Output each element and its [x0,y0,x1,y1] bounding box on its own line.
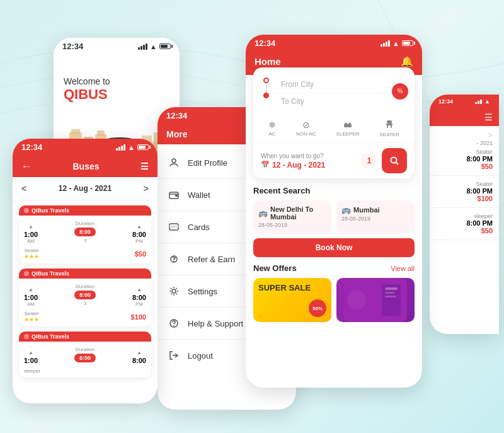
bus-card-body-2: ▲ 1:00 AM Duration 8:00 3 ▲ 8:00 PM [19,279,151,311]
svg-rect-43 [385,287,398,290]
right-result-1[interactable]: > - 2021 Seater 8:00 PM $50 [430,126,499,176]
help-icon [168,317,180,330]
passenger-count[interactable]: 1 [362,153,377,168]
menu-label-profile: Edit Profile [188,158,227,168]
filter-icon[interactable]: ☰ [140,161,149,171]
route-inputs: From City To City % [253,67,415,115]
recent-date-2: 28-05-2019 [341,216,410,222]
svg-rect-45 [385,296,396,297]
filter-seater[interactable]: SEATER [380,120,399,137]
status-bar-buses: 12:34 ▲ [13,139,158,156]
back-button[interactable]: ← [21,161,32,172]
sale-badge: 50% [309,299,326,317]
decor-plus: + [306,283,309,287]
phone-right: 12:34 ▲ ☰ > - 2021 Seater 8:00 PM $50 Se… [430,95,499,334]
nonac-icon: ⊘ [302,120,310,130]
from-city-input[interactable]: From City [261,74,407,93]
svg-rect-5 [97,130,105,136]
svg-rect-35 [386,124,392,125]
logout-icon [168,349,180,362]
bus-card-header-1: QIBus Travels [19,205,151,216]
right-time-2: 8:00 PM [436,187,493,195]
menu-label-logout: Logout [188,351,213,361]
bus-company-2: QIBus Travels [32,270,69,277]
hamburger-icon[interactable]: ☰ [484,112,493,122]
filter-nonac[interactable]: ⊘ NON-AC [296,120,316,137]
settings-icon [168,285,180,297]
notification-bell[interactable]: 🔔 [401,55,413,67]
date-section: When you want to go? 📅 12 - Aug - 2021 [261,153,357,170]
status-bar-right: 12:34 ▲ [430,95,499,108]
svg-point-42 [347,291,366,309]
bus-card-footer-3: sleeper [19,368,151,378]
svg-rect-37 [391,125,392,128]
recent-card-1[interactable]: 🚌 New Delhi To Mumbai 28-05-2019 [253,200,331,233]
buses-time: 12:34 [21,142,42,152]
ac-icon: ❄ [268,120,276,130]
battery-icon-buses [137,144,149,150]
offer-card-sale[interactable]: SUPER SALE 50% ✕ ✕ + [253,278,331,322]
svg-rect-44 [385,292,394,294]
filter-seater-label: SEATER [380,132,399,137]
bus-duration-1: Duration 8:00 3 [38,221,132,243]
bus-card-1[interactable]: QIBus Travels ▲ 1:00 AM Duration 8:00 3 … [19,205,151,263]
wifi-icon: ▲ [150,43,157,50]
decor-x2: ✕ [258,314,263,320]
next-date-button[interactable]: > [144,183,149,193]
sleeper-icon [343,120,352,130]
bus-card-body-3: ▲ 1:00 Duration 8:00 ▲ 8:00 [19,342,151,368]
signal-icon-buses [116,144,125,151]
signal-icon [138,43,147,50]
bus-card-2[interactable]: QIBus Travels ▲ 1:00 AM Duration 8:00 3 … [19,268,151,326]
view-all-link[interactable]: View all [391,265,415,272]
battery-icon-home [402,40,413,46]
wifi-icon-buses: ▲ [128,144,135,151]
svg-rect-33 [348,123,351,125]
sale-text: SUPER SALE [253,278,331,297]
wallet-icon [168,188,180,201]
right-header: ☰ [430,108,499,126]
new-offers-title: New Offers [253,263,297,273]
phone-home: 12:34 ▲ Home 🔔 From City To City % [246,35,422,388]
filter-ac[interactable]: ❄ AC [268,120,276,137]
profile-icon [168,156,180,169]
book-now-button[interactable]: Book Now [253,238,415,257]
svg-line-39 [396,163,398,165]
bus-card-header-2: QIBus Travels [19,268,151,279]
prev-date-button[interactable]: < [21,183,26,193]
recent-cards: 🚌 New Delhi To Mumbai 28-05-2019 🚌 Mumba… [253,200,415,233]
bus-company-1: QIBus Travels [32,207,69,214]
menu-label-help: Help & Support [188,319,243,328]
right-result-2[interactable]: Seater 8:00 PM $100 [430,176,499,208]
battery-icon [159,43,171,49]
filter-sleeper[interactable]: SLEEPER [336,120,360,137]
menu-title: More [166,129,187,139]
home-time: 12:34 [255,38,275,48]
right-result-3[interactable]: sleeper 8:00 PM $50 [430,208,499,240]
right-time: 12:34 [438,98,453,105]
bus-card-3[interactable]: QIBus Travels ▲ 1:00 Duration 8:00 ▲ 8:0… [19,332,151,378]
search-button[interactable] [382,148,407,173]
cards-icon [168,221,180,233]
to-city-input[interactable]: To City [261,93,407,112]
bus-duration-2: Duration 8:00 3 [38,284,132,306]
signal-icon-home [381,40,390,47]
welcome-title: Welcome to [64,76,169,86]
calendar-icon: 📅 [261,161,270,169]
promo-button[interactable]: % [392,83,408,100]
wifi-icon-home: ▲ [392,40,399,47]
right-type-2: Seater [436,181,493,187]
svg-point-26 [173,261,175,262]
date-search-row: When you want to go? 📅 12 - Aug - 2021 1 [253,143,415,178]
menu-label-cards: Cards [188,222,210,232]
svg-rect-32 [345,123,347,125]
recent-card-2[interactable]: 🚌 Mumbai 28-05-2019 [336,200,415,233]
svg-rect-36 [387,125,388,128]
offer-card-purple[interactable] [336,278,415,322]
svg-point-29 [173,325,175,326]
bus-icon-1: 🚌 [258,209,268,217]
search-card: From City To City % ❄ AC ⊘ NON-AC SLEEPE… [253,67,415,178]
right-type-1: Seater [436,149,493,155]
recent-search-title: Recent Search [253,186,310,195]
welcome-time: 12:34 [62,42,83,51]
